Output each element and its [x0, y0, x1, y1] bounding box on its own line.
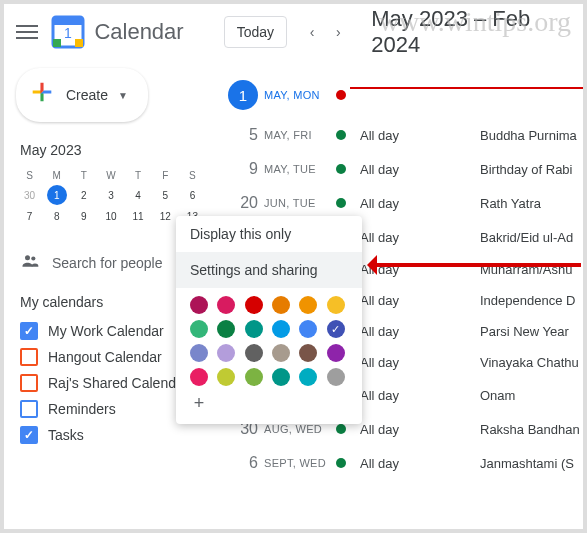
color-swatch[interactable] [190, 344, 208, 362]
color-swatch[interactable] [217, 368, 235, 386]
event-color-dot [336, 458, 346, 468]
event-row[interactable]: 6SEPT, WEDAll dayJanmashtami (S [220, 446, 583, 480]
mini-cal-day-header: F [152, 166, 179, 185]
calendar-checkbox[interactable] [20, 400, 38, 418]
color-swatch[interactable] [245, 344, 263, 362]
now-dot [336, 90, 346, 100]
color-swatch[interactable] [245, 296, 263, 314]
event-row[interactable]: 1MAY, MON [220, 72, 583, 118]
event-time: All day [360, 355, 420, 370]
event-title: Parsi New Year [480, 324, 569, 339]
annotation-arrow [371, 263, 581, 267]
color-swatch[interactable] [217, 344, 235, 362]
calendar-label: Reminders [48, 401, 116, 417]
color-swatch[interactable] [272, 344, 290, 362]
svg-point-5 [25, 255, 30, 260]
create-label: Create [66, 87, 108, 103]
mini-cal-day[interactable]: 10 [97, 206, 124, 227]
prev-period-button[interactable]: ‹ [299, 18, 325, 46]
color-swatch[interactable] [272, 320, 290, 338]
mini-cal-day[interactable]: 11 [125, 206, 152, 227]
mini-cal-day[interactable]: 4 [125, 185, 152, 206]
calendar-label: My Work Calendar [48, 323, 164, 339]
mini-cal-day[interactable]: 6 [179, 185, 206, 206]
mini-cal-day-header: S [179, 166, 206, 185]
event-time: All day [360, 230, 420, 245]
menu-item-settings-sharing[interactable]: Settings and sharing [176, 252, 362, 288]
color-swatch[interactable] [327, 320, 345, 338]
today-button[interactable]: Today [224, 16, 287, 48]
calendar-checkbox[interactable] [20, 348, 38, 366]
event-time: All day [360, 293, 420, 308]
mini-cal-day[interactable]: 7 [16, 206, 43, 227]
color-swatch[interactable] [299, 368, 317, 386]
event-title: Bakrid/Eid ul-Ad [480, 230, 573, 245]
event-date-number: 1 [220, 80, 264, 110]
event-title: Raksha Bandhan [480, 422, 580, 437]
color-swatch[interactable] [217, 296, 235, 314]
color-swatch[interactable] [245, 320, 263, 338]
watermark: www.wintips.org [379, 6, 571, 38]
calendar-label: Hangout Calendar [48, 349, 162, 365]
color-swatch[interactable] [245, 368, 263, 386]
mini-cal-day[interactable]: 1 [47, 185, 67, 205]
calendar-list-item[interactable]: Tasks [16, 422, 220, 448]
next-period-button[interactable]: › [325, 18, 351, 46]
event-title: Independence D [480, 293, 575, 308]
mini-cal-day[interactable]: 2 [70, 185, 97, 206]
svg-rect-1 [53, 17, 83, 25]
event-date-text: AUG, WED [264, 423, 336, 435]
svg-rect-2 [75, 39, 83, 47]
color-swatch[interactable] [327, 296, 345, 314]
event-date-number: 6 [220, 454, 264, 472]
add-custom-color-button[interactable]: + [190, 394, 208, 412]
event-time: All day [360, 456, 420, 471]
color-swatch[interactable] [217, 320, 235, 338]
create-button[interactable]: Create ▼ [16, 68, 148, 122]
event-time: All day [360, 196, 420, 211]
plus-icon [28, 78, 56, 112]
mini-cal-day[interactable]: 30 [16, 185, 43, 206]
calendar-context-menu: Display this only Settings and sharing + [176, 216, 362, 424]
mini-cal-day-header: S [16, 166, 43, 185]
mini-calendar-month: May 2023 [16, 142, 220, 158]
mini-cal-day[interactable]: 8 [43, 206, 70, 227]
color-swatch[interactable] [190, 296, 208, 314]
color-swatch[interactable] [299, 344, 317, 362]
color-swatch[interactable] [327, 368, 345, 386]
calendar-checkbox[interactable] [20, 322, 38, 340]
color-swatch[interactable] [299, 320, 317, 338]
mini-cal-day[interactable]: 5 [152, 185, 179, 206]
mini-cal-day-header: W [97, 166, 124, 185]
event-row[interactable]: 9MAY, TUEAll dayBirthday of Rabi [220, 152, 583, 186]
event-row[interactable]: 20JUN, TUEAll dayRath Yatra [220, 186, 583, 220]
event-date-text: JUN, TUE [264, 197, 336, 209]
calendar-label: Tasks [48, 427, 84, 443]
hamburger-menu-icon[interactable] [16, 20, 38, 44]
event-row[interactable]: 5MAY, FRIAll dayBuddha Purnima [220, 118, 583, 152]
people-icon [20, 251, 40, 274]
event-title: Vinayaka Chathu [480, 355, 579, 370]
event-date-number: 9 [220, 160, 264, 178]
calendar-label: Raj's Shared Calendar [48, 375, 188, 391]
mini-cal-day[interactable]: 9 [70, 206, 97, 227]
color-swatch[interactable] [299, 296, 317, 314]
event-date-number: 5 [220, 126, 264, 144]
event-title: Janmashtami (S [480, 456, 574, 471]
event-date-number: 20 [220, 194, 264, 212]
svg-rect-3 [53, 39, 61, 47]
color-swatch[interactable] [190, 320, 208, 338]
menu-item-display-only[interactable]: Display this only [176, 216, 362, 252]
event-title: Rath Yatra [480, 196, 541, 211]
color-swatch[interactable] [190, 368, 208, 386]
mini-cal-day[interactable]: 3 [97, 185, 124, 206]
event-time: All day [360, 388, 420, 403]
mini-cal-day-header: M [43, 166, 70, 185]
color-swatch[interactable] [272, 368, 290, 386]
event-color-dot [336, 130, 346, 140]
color-swatch[interactable] [272, 296, 290, 314]
mini-cal-day[interactable]: 12 [152, 206, 179, 227]
calendar-checkbox[interactable] [20, 374, 38, 392]
calendar-checkbox[interactable] [20, 426, 38, 444]
color-swatch[interactable] [327, 344, 345, 362]
